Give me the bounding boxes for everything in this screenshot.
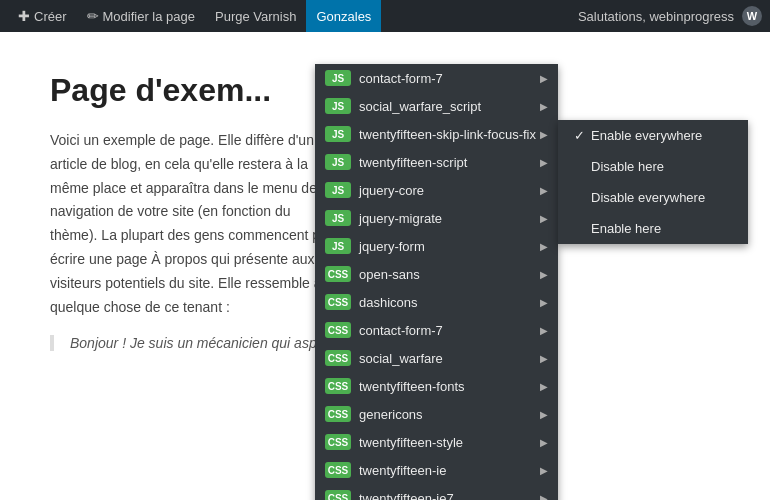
menu-item-genericons[interactable]: CSS genericons ▶ — [315, 400, 558, 428]
arrow-icon: ▶ — [540, 73, 548, 84]
css-badge: CSS — [325, 434, 351, 450]
page-intro: Voici un exemple de page. Elle diffère d… — [50, 129, 340, 319]
arrow-icon: ▶ — [540, 213, 548, 224]
arrow-icon: ▶ — [540, 101, 548, 112]
css-badge: CSS — [325, 322, 351, 338]
checkmark-icon: ✓ — [574, 128, 585, 143]
menu-item-twentyfifteen-ie[interactable]: CSS twentyfifteen-ie ▶ — [315, 456, 558, 484]
css-badge: CSS — [325, 350, 351, 366]
modifier-button[interactable]: ✏ Modifier la page — [77, 0, 206, 32]
menu-item-contact-form-7-js[interactable]: JS contact-form-7 ▶ — [315, 64, 558, 92]
js-badge: JS — [325, 126, 351, 142]
admin-bar-right: Salutations, webinprogress W — [578, 6, 762, 26]
css-badge: CSS — [325, 378, 351, 394]
arrow-icon: ▶ — [540, 325, 548, 336]
menu-item-jquery-migrate[interactable]: JS jquery-migrate ▶ — [315, 204, 558, 232]
page-content: Page d'exem... Voici un exemple de page.… — [0, 32, 770, 500]
css-badge: CSS — [325, 266, 351, 282]
creer-button[interactable]: ✚ Créer — [8, 0, 77, 32]
arrow-icon: ▶ — [540, 297, 548, 308]
menu-item-jquery-form[interactable]: JS jquery-form ▶ — [315, 232, 558, 260]
menu-item-twentyfifteen-style[interactable]: CSS twentyfifteen-style ▶ — [315, 428, 558, 456]
menu-item-social-warfare-script[interactable]: JS social_warfare_script ▶ — [315, 92, 558, 120]
js-badge: JS — [325, 154, 351, 170]
gonzales-button[interactable]: Gonzales — [306, 0, 381, 32]
menu-item-contact-form-7-css[interactable]: CSS contact-form-7 ▶ — [315, 316, 558, 344]
edit-icon: ✏ — [87, 8, 99, 24]
js-badge: JS — [325, 238, 351, 254]
arrow-icon: ▶ — [540, 465, 548, 476]
menu-item-dashicons[interactable]: CSS dashicons ▶ — [315, 288, 558, 316]
submenu-disable-everywhere[interactable]: ✓ Disable everywhere — [558, 182, 748, 213]
css-badge: CSS — [325, 406, 351, 422]
arrow-icon: ▶ — [540, 269, 548, 280]
wp-icon[interactable]: W — [742, 6, 762, 26]
css-badge: CSS — [325, 490, 351, 500]
menu-item-twentyfifteen-script[interactable]: JS twentyfifteen-script ▶ — [315, 148, 558, 176]
gonzales-dropdown: JS contact-form-7 ▶ JS social_warfare_sc… — [315, 64, 558, 500]
submenu: ✓ Enable everywhere ✓ Disable here ✓ Dis… — [558, 120, 748, 244]
admin-bar: ✚ Créer ✏ Modifier la page Purge Varnish… — [0, 0, 770, 32]
submenu-enable-everywhere[interactable]: ✓ Enable everywhere — [558, 120, 748, 151]
plus-icon: ✚ — [18, 8, 30, 24]
menu-item-skip-link[interactable]: JS twentyfifteen-skip-link-focus-fix ▶ ✓… — [315, 120, 558, 148]
css-badge: CSS — [325, 462, 351, 478]
arrow-icon: ▶ — [540, 157, 548, 168]
arrow-icon: ▶ — [540, 353, 548, 364]
js-badge: JS — [325, 210, 351, 226]
js-badge: JS — [325, 70, 351, 86]
menu-item-open-sans[interactable]: CSS open-sans ▶ — [315, 260, 558, 288]
purge-button[interactable]: Purge Varnish — [205, 0, 306, 32]
js-badge: JS — [325, 98, 351, 114]
arrow-icon: ▶ — [540, 437, 548, 448]
css-badge: CSS — [325, 294, 351, 310]
arrow-icon: ▶ — [540, 493, 548, 501]
menu-item-jquery-core[interactable]: JS jquery-core ▶ — [315, 176, 558, 204]
arrow-icon: ▶ — [540, 185, 548, 196]
js-badge: JS — [325, 182, 351, 198]
submenu-disable-here[interactable]: ✓ Disable here — [558, 151, 748, 182]
menu-item-social-warfare-css[interactable]: CSS social_warfare ▶ — [315, 344, 558, 372]
submenu-enable-here[interactable]: ✓ Enable here — [558, 213, 748, 244]
menu-item-twentyfifteen-ie7[interactable]: CSS twentyfifteen-ie7 ▶ — [315, 484, 558, 500]
menu-item-twentyfifteen-fonts[interactable]: CSS twentyfifteen-fonts ▶ — [315, 372, 558, 400]
arrow-icon: ▶ — [540, 241, 548, 252]
arrow-icon: ▶ — [540, 409, 548, 420]
arrow-icon: ▶ — [540, 129, 548, 140]
arrow-icon: ▶ — [540, 381, 548, 392]
